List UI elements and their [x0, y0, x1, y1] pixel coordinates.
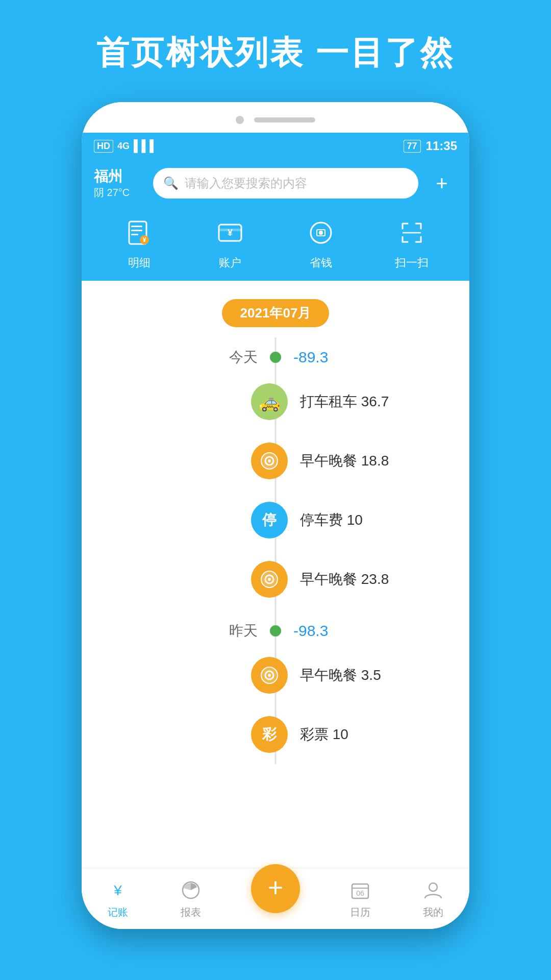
- txn-icon-2: [251, 443, 288, 479]
- shengqian-icon: [303, 214, 339, 251]
- txn-icon-6: [251, 657, 288, 694]
- speaker-bar: [254, 117, 315, 122]
- txn-icon-4: [251, 561, 288, 598]
- saoyisao-icon: [393, 214, 430, 251]
- svg-text:06: 06: [357, 889, 365, 897]
- svg-point-11: [319, 231, 323, 235]
- wode-icon: [421, 878, 445, 902]
- tab-rili[interactable]: 06 日历: [348, 878, 372, 919]
- txn-row-3[interactable]: 停 停车费 10: [122, 491, 429, 550]
- today-amount: -89.3: [281, 349, 429, 366]
- status-hd: HD: [94, 140, 113, 153]
- search-bar[interactable]: 🔍 请输入您要搜索的内容: [153, 168, 418, 199]
- svg-point-21: [268, 674, 271, 677]
- txn-name-6: 早午晚餐 3.5: [288, 666, 429, 685]
- month-badge: 2021年07月: [222, 299, 330, 327]
- main-content: 2021年07月 今天 -89.3 🚕 打车租车 36.7: [82, 281, 469, 877]
- jizhang-icon: ¥: [106, 878, 130, 902]
- tab-wode-label: 我的: [423, 905, 443, 919]
- rili-icon: 06: [348, 878, 372, 902]
- tab-wode[interactable]: 我的: [421, 878, 445, 919]
- status-network: 4G: [117, 141, 130, 152]
- txn-icon-7: 彩: [251, 716, 288, 753]
- txn-row-6[interactable]: 早午晚餐 3.5: [122, 646, 429, 705]
- yesterday-label: 昨天: [122, 621, 270, 641]
- weather-info: 阴 27°C: [94, 186, 145, 199]
- tab-jizhang[interactable]: ¥ 记账: [106, 878, 130, 919]
- location-info: 福州 阴 27°C: [94, 167, 145, 199]
- app-header: 福州 阴 27°C 🔍 请输入您要搜索的内容 +: [82, 159, 469, 281]
- status-right: 77 11:35: [404, 139, 457, 153]
- day-row-yesterday[interactable]: 昨天 -98.3: [122, 609, 429, 646]
- txn-row-2[interactable]: 早午晚餐 18.8: [122, 431, 429, 491]
- today-label: 今天: [122, 348, 270, 367]
- svg-rect-1: [131, 226, 142, 227]
- today-dot: [270, 352, 281, 363]
- svg-rect-8: [219, 229, 241, 231]
- battery-icon: 77: [404, 140, 421, 153]
- status-left: HD 4G ▌▌▌: [94, 139, 158, 153]
- txn-name-4: 早午晚餐 23.8: [288, 570, 429, 589]
- day-row-today[interactable]: 今天 -89.3: [122, 337, 429, 372]
- tab-jizhang-label: 记账: [108, 905, 128, 919]
- mingxi-icon: ¥: [121, 214, 158, 251]
- svg-rect-2: [131, 230, 142, 231]
- camera-dot: [236, 116, 244, 124]
- nav-icons: ¥ 明细 ¥ 账户: [94, 209, 457, 271]
- txn-icon-3: 停: [251, 502, 288, 538]
- nav-mingxi[interactable]: ¥ 明细: [121, 214, 158, 271]
- search-icon: 🔍: [163, 176, 179, 190]
- signal-icon: ▌▌▌: [134, 139, 158, 153]
- txn-name-3: 停车费 10: [288, 510, 429, 530]
- yesterday-amount: -98.3: [281, 622, 429, 640]
- month-badge-wrap: 2021年07月: [82, 281, 469, 337]
- nav-mingxi-label: 明细: [128, 255, 151, 271]
- tab-baobiao[interactable]: 报表: [179, 878, 203, 919]
- txn-row-1[interactable]: 🚕 打车租车 36.7: [122, 372, 429, 431]
- txn-name-1: 打车租车 36.7: [288, 392, 429, 411]
- txn-row-4[interactable]: 早午晚餐 23.8: [122, 550, 429, 609]
- nav-shengqian-label: 省钱: [310, 255, 332, 271]
- phone-frame: HD 4G ▌▌▌ 77 11:35 福州 阴 27°C 🔍 请输入您要: [82, 102, 469, 929]
- tab-rili-label: 日历: [350, 905, 370, 919]
- add-plus-icon: +: [268, 874, 283, 901]
- txn-row-7[interactable]: 彩 彩票 10: [122, 705, 429, 764]
- tab-baobiao-label: 报表: [181, 905, 201, 919]
- status-bar: HD 4G ▌▌▌ 77 11:35: [82, 133, 469, 159]
- tab-add-button[interactable]: +: [251, 864, 300, 913]
- phone-notch: [82, 102, 469, 133]
- svg-text:¥: ¥: [143, 236, 146, 243]
- svg-point-27: [429, 883, 437, 891]
- txn-icon-1: 🚕: [251, 383, 288, 420]
- nav-saoyisao[interactable]: 扫一扫: [393, 214, 430, 271]
- yesterday-dot: [270, 625, 281, 636]
- txn-name-7: 彩票 10: [288, 725, 429, 744]
- svg-text:¥: ¥: [113, 883, 122, 898]
- nav-saoyisao-label: 扫一扫: [395, 255, 429, 271]
- svg-point-18: [268, 578, 271, 581]
- nav-zhanghu-label: 账户: [219, 255, 241, 271]
- time-display: 11:35: [426, 139, 457, 153]
- zhanghu-icon: ¥: [212, 214, 248, 251]
- page-title: 首页树状列表 一目了然: [0, 0, 551, 95]
- add-button[interactable]: +: [427, 168, 457, 199]
- city-name: 福州: [94, 167, 145, 186]
- svg-point-15: [268, 459, 271, 462]
- bottom-tab-bar: ¥ 记账 报表 +: [82, 868, 469, 929]
- timeline-container: 今天 -89.3 🚕 打车租车 36.7: [82, 337, 469, 764]
- nav-shengqian[interactable]: 省钱: [303, 214, 339, 271]
- nav-zhanghu[interactable]: ¥ 账户: [212, 214, 248, 271]
- baobiao-icon: [179, 878, 203, 902]
- search-placeholder: 请输入您要搜索的内容: [185, 175, 307, 191]
- txn-name-2: 早午晚餐 18.8: [288, 451, 429, 471]
- svg-rect-3: [131, 234, 138, 235]
